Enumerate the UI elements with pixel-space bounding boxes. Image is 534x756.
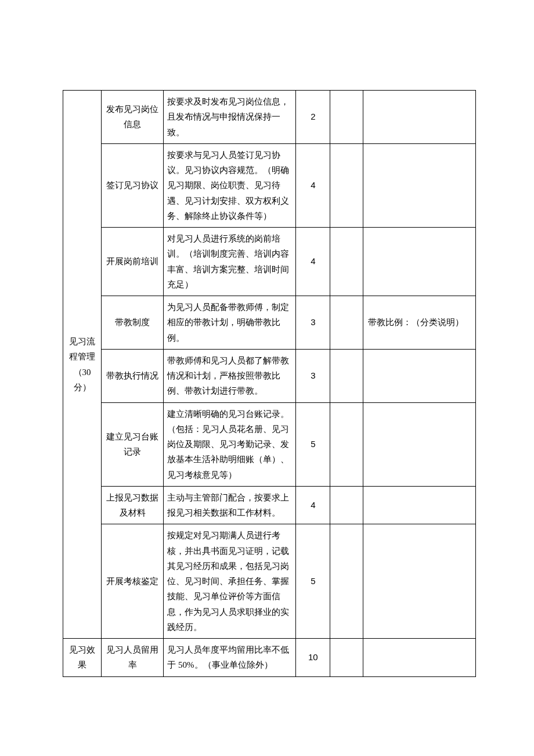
score-cell: 10 — [296, 639, 330, 677]
note-cell — [363, 228, 475, 296]
note-cell — [363, 91, 475, 144]
score-cell: 3 — [296, 349, 330, 402]
category-cell: 见习效果 — [63, 639, 102, 677]
score-cell: 5 — [296, 524, 330, 639]
evaluation-table: 见习流程管理（30 分） 发布见习岗位信息 按要求及时发布见习岗位信息，且发布情… — [63, 90, 476, 677]
item-cell: 建立见习台账记录 — [102, 402, 164, 486]
item-cell: 开展岗前培训 — [102, 228, 164, 296]
desc-cell: 见习人员年度平均留用比率不低于 50%。（事业单位除外） — [164, 639, 296, 677]
table-row: 带教执行情况 带教师傅和见习人员都了解带教情况和计划，严格按照带教比例、带教计划… — [63, 349, 476, 402]
item-cell: 上报见习数据及材料 — [102, 486, 164, 524]
score-cell: 5 — [296, 402, 330, 486]
note-cell — [363, 349, 475, 402]
blank-cell — [330, 639, 363, 677]
item-cell: 带教执行情况 — [102, 349, 164, 402]
table-row: 签订见习协议 按要求与见习人员签订见习协议。见习协议内容规范。（明确见习期限、岗… — [63, 143, 476, 227]
desc-cell: 按要求及时发布见习岗位信息，且发布情况与申报情况保持一致。 — [164, 91, 296, 144]
desc-cell: 按规定对见习期满人员进行考核，并出具书面见习证明，记载其见习经历和成果，包括见习… — [164, 524, 296, 639]
table-row: 见习流程管理（30 分） 发布见习岗位信息 按要求及时发布见习岗位信息，且发布情… — [63, 91, 476, 144]
note-cell — [363, 524, 475, 639]
table-row: 开展考核鉴定 按规定对见习期满人员进行考核，并出具书面见习证明，记载其见习经历和… — [63, 524, 476, 639]
note-cell — [363, 402, 475, 486]
blank-cell — [330, 524, 363, 639]
note-cell — [363, 486, 475, 524]
blank-cell — [330, 486, 363, 524]
item-cell: 见习人员留用率 — [102, 639, 164, 677]
table-row: 开展岗前培训 对见习人员进行系统的岗前培训。（培训制度完善、培训内容丰富、培训方… — [63, 228, 476, 296]
note-cell — [363, 143, 475, 227]
table-row: 建立见习台账记录 建立清晰明确的见习台账记录。（包括：见习人员花名册、见习岗位及… — [63, 402, 476, 486]
category-cell: 见习流程管理（30 分） — [63, 91, 102, 639]
score-cell: 4 — [296, 486, 330, 524]
table-row: 带教制度 为见习人员配备带教师傅，制定相应的带教计划，明确带教比例。 3 带教比… — [63, 296, 476, 350]
score-cell: 4 — [296, 143, 330, 227]
desc-cell: 带教师傅和见习人员都了解带教情况和计划，严格按照带教比例、带教计划进行带教。 — [164, 349, 296, 402]
table-row: 见习效果 见习人员留用率 见习人员年度平均留用比率不低于 50%。（事业单位除外… — [63, 639, 476, 677]
table-row: 上报见习数据及材料 主动与主管部门配合，按要求上报见习相关数据和工作材料。 4 — [63, 486, 476, 524]
item-cell: 发布见习岗位信息 — [102, 91, 164, 144]
score-cell: 2 — [296, 91, 330, 144]
desc-cell: 建立清晰明确的见习台账记录。（包括：见习人员花名册、见习岗位及期限、见习考勤记录… — [164, 402, 296, 486]
blank-cell — [330, 296, 363, 350]
desc-cell: 主动与主管部门配合，按要求上报见习相关数据和工作材料。 — [164, 486, 296, 524]
blank-cell — [330, 143, 363, 227]
score-cell: 3 — [296, 296, 330, 350]
note-cell: 带教比例：（分类说明） — [363, 296, 475, 350]
blank-cell — [330, 349, 363, 402]
blank-cell — [330, 228, 363, 296]
desc-cell: 对见习人员进行系统的岗前培训。（培训制度完善、培训内容丰富、培训方案完整、培训时… — [164, 228, 296, 296]
desc-cell: 按要求与见习人员签订见习协议。见习协议内容规范。（明确见习期限、岗位职责、见习待… — [164, 143, 296, 227]
item-cell: 开展考核鉴定 — [102, 524, 164, 639]
item-cell: 签订见习协议 — [102, 143, 164, 227]
blank-cell — [330, 91, 363, 144]
blank-cell — [330, 402, 363, 486]
desc-cell: 为见习人员配备带教师傅，制定相应的带教计划，明确带教比例。 — [164, 296, 296, 350]
item-cell: 带教制度 — [102, 296, 164, 350]
score-cell: 4 — [296, 228, 330, 296]
note-cell — [363, 639, 475, 677]
